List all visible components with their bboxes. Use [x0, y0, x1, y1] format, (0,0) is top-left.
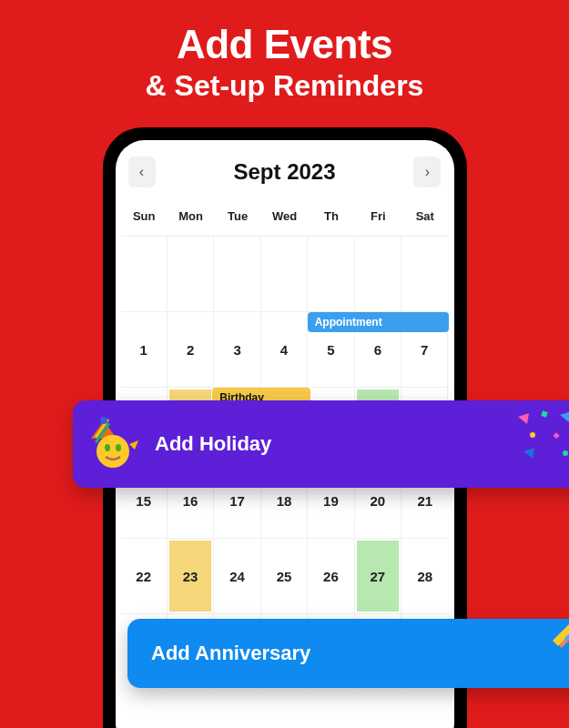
calendar-header: ‹ Sept 2023 ›	[116, 140, 454, 197]
svg-marker-9	[518, 413, 529, 424]
svg-rect-13	[554, 432, 560, 439]
svg-point-6	[105, 444, 110, 451]
dow-cell: Wed	[261, 202, 308, 236]
day-cell[interactable]: 2	[168, 312, 214, 387]
add-anniversary-card[interactable]: Add Anniversary	[127, 619, 569, 688]
day-cell	[261, 237, 308, 311]
week-row: 22232425262728	[121, 538, 449, 613]
dow-cell: Sun	[121, 202, 168, 236]
party-horn-icon	[545, 595, 569, 653]
add-holiday-card[interactable]: Add Holiday	[73, 400, 569, 488]
party-emoji-icon	[86, 415, 144, 473]
hero-subheading: & Set-up Reminders	[0, 69, 569, 103]
day-cell	[214, 237, 260, 311]
svg-marker-14	[523, 448, 534, 459]
day-cell[interactable]: 23	[168, 539, 214, 613]
dow-cell: Sat	[401, 202, 448, 236]
confetti-icon	[514, 408, 569, 473]
day-cell[interactable]: 3	[214, 312, 260, 387]
day-cell	[308, 237, 354, 311]
day-cell[interactable]: 24	[214, 539, 260, 613]
svg-point-5	[97, 435, 129, 468]
week-row	[121, 236, 449, 311]
svg-marker-11	[560, 411, 569, 422]
hero-heading: Add Events	[0, 22, 569, 67]
add-holiday-label: Add Holiday	[155, 432, 271, 456]
add-anniversary-label: Add Anniversary	[151, 642, 310, 665]
day-cell	[168, 237, 214, 311]
day-cell[interactable]: 4	[261, 312, 308, 387]
svg-point-12	[530, 432, 535, 438]
next-month-button[interactable]: ›	[413, 157, 441, 187]
week-row: 1234567Appointment	[121, 311, 449, 387]
day-of-week-row: SunMonTueWedThFriSat	[121, 202, 449, 236]
day-cell[interactable]: 28	[401, 539, 448, 613]
month-label: Sept 2023	[233, 159, 335, 185]
svg-rect-10	[541, 410, 548, 418]
day-cell[interactable]: 22	[121, 539, 168, 613]
dow-cell: Mon	[168, 202, 214, 236]
day-cell	[401, 237, 448, 311]
svg-point-15	[563, 450, 568, 456]
day-cell[interactable]: 26	[308, 539, 354, 613]
svg-marker-8	[129, 440, 138, 450]
svg-point-4	[100, 417, 107, 424]
day-cell[interactable]: 27	[355, 539, 401, 613]
day-cell[interactable]: 25	[261, 539, 308, 613]
event-bar[interactable]: Appointment	[308, 312, 449, 332]
dow-cell: Tue	[214, 202, 260, 236]
day-cell	[121, 237, 168, 311]
day-cell	[355, 237, 401, 311]
dow-cell: Th	[308, 202, 354, 236]
prev-month-button[interactable]: ‹	[128, 157, 156, 187]
dow-cell: Fri	[355, 202, 401, 236]
svg-point-7	[116, 444, 121, 451]
hero-title: Add Events & Set-up Reminders	[0, 0, 569, 103]
day-cell[interactable]: 1	[121, 312, 168, 387]
